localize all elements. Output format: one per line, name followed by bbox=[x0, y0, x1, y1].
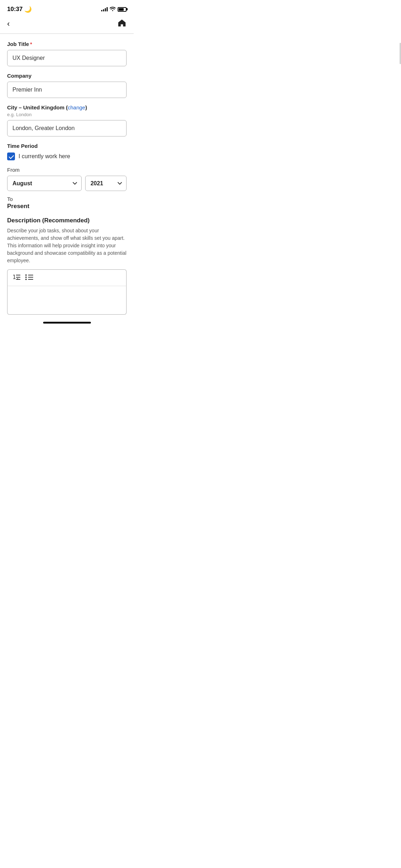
form-container: Job Title * Company City – United Kingdo… bbox=[0, 34, 134, 315]
time-period-section: Time Period I currently work here bbox=[7, 143, 127, 160]
time-period-label: Time Period bbox=[7, 143, 127, 149]
unordered-list-icon[interactable] bbox=[25, 273, 33, 282]
city-hint: e.g. London bbox=[7, 112, 127, 117]
battery-icon bbox=[118, 7, 127, 12]
wifi-icon bbox=[110, 7, 115, 12]
to-section: To Present bbox=[7, 196, 127, 210]
currently-work-here-label: I currently work here bbox=[19, 153, 70, 160]
year-select-wrapper: 2024 2023 2022 2021 2020 2019 2018 2017 … bbox=[85, 176, 127, 191]
date-row: January February March April May June Ju… bbox=[7, 176, 127, 191]
status-time: 10:37 🌙 bbox=[7, 6, 32, 13]
job-title-group: Job Title * bbox=[7, 41, 127, 66]
year-select[interactable]: 2024 2023 2022 2021 2020 2019 2018 2017 … bbox=[85, 176, 127, 191]
nav-bar: ‹ bbox=[0, 16, 134, 33]
job-title-label: Job Title * bbox=[7, 41, 127, 47]
present-text: Present bbox=[7, 203, 127, 210]
currently-work-here-row: I currently work here bbox=[7, 153, 127, 160]
home-indicator bbox=[43, 322, 91, 324]
from-section: From January February March April May Ju… bbox=[7, 167, 127, 191]
svg-point-4 bbox=[25, 274, 27, 276]
description-section: Description (Recommended) Describe your … bbox=[7, 217, 127, 315]
from-label: From bbox=[7, 167, 127, 173]
job-title-input[interactable] bbox=[7, 50, 127, 66]
city-input[interactable] bbox=[7, 120, 127, 136]
company-group: Company bbox=[7, 73, 127, 98]
svg-point-6 bbox=[25, 279, 27, 280]
svg-point-5 bbox=[25, 277, 27, 278]
signal-icon bbox=[101, 7, 108, 11]
city-group: City – United Kingdom (change) e.g. Lond… bbox=[7, 104, 127, 136]
editor-body[interactable] bbox=[7, 286, 127, 315]
to-label: To bbox=[7, 196, 127, 202]
month-select[interactable]: January February March April May June Ju… bbox=[7, 176, 82, 191]
status-icons bbox=[101, 7, 127, 12]
editor-toolbar: 1. bbox=[7, 269, 127, 286]
home-button[interactable] bbox=[117, 19, 127, 29]
ordered-list-icon[interactable]: 1. bbox=[12, 273, 20, 282]
moon-icon: 🌙 bbox=[24, 6, 32, 13]
time-display: 10:37 bbox=[7, 6, 22, 13]
change-link[interactable]: change bbox=[68, 104, 85, 110]
city-label: City – United Kingdom (change) bbox=[7, 104, 127, 110]
description-title: Description (Recommended) bbox=[7, 217, 127, 224]
currently-work-here-checkbox[interactable] bbox=[7, 153, 15, 160]
required-star: * bbox=[30, 41, 32, 47]
description-hint: Describe your job tasks, shout about you… bbox=[7, 227, 127, 264]
company-input[interactable] bbox=[7, 82, 127, 98]
status-bar: 10:37 🌙 bbox=[0, 0, 134, 16]
back-button[interactable]: ‹ bbox=[7, 20, 10, 28]
month-select-wrapper: January February March April May June Ju… bbox=[7, 176, 82, 191]
company-label: Company bbox=[7, 73, 127, 79]
